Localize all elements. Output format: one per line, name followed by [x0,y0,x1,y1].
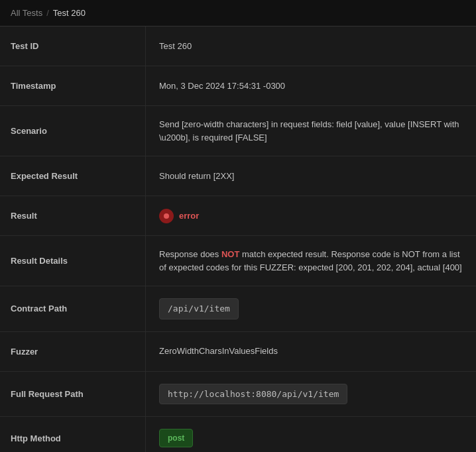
timestamp-value: Mon, 3 Dec 2024 17:54:31 -0300 [146,66,476,105]
breadcrumb: All Tests / Test 260 [0,0,476,27]
scenario-value: Send [zero-width characters] in request … [146,106,476,156]
http-method-value: post [146,417,476,452]
error-badge: error [159,209,199,223]
all-tests-link[interactable]: All Tests [11,8,42,18]
full-request-path-row: Full Request Path http://localhost:8080/… [0,372,476,418]
result-details-label: Result Details [0,236,146,286]
timestamp-label: Timestamp [0,66,146,105]
fuzzer-value: ZeroWidthCharsInValuesFields [146,332,476,371]
contract-path-label: Contract Path [0,286,146,331]
result-value: error [146,196,476,235]
http-method-label: Http Method [0,417,146,452]
fuzzer-label: Fuzzer [0,332,146,371]
test-id-label: Test ID [0,27,146,66]
error-dot-icon [159,209,174,223]
result-details-text: Response does NOT match expected result.… [159,248,463,274]
detail-table: Test ID Test 260 Timestamp Mon, 3 Dec 20… [0,27,476,452]
timestamp-row: Timestamp Mon, 3 Dec 2024 17:54:31 -0300 [0,66,476,106]
full-request-path-pill: http://localhost:8080/api/v1/item [159,384,347,405]
scenario-row: Scenario Send [zero-width characters] in… [0,106,476,156]
result-row: Result error [0,196,476,236]
result-details-highlight: NOT [221,249,239,259]
result-details-row: Result Details Response does NOT match e… [0,236,476,286]
expected-result-row: Expected Result Should return [2XX] [0,156,476,196]
contract-path-pill: /api/v1/item [159,298,239,319]
http-method-row: Http Method post [0,417,476,452]
current-test-label: Test 260 [53,8,86,18]
expected-result-value: Should return [2XX] [146,156,476,196]
nav-separator: / [46,8,49,18]
http-method-badge: post [159,429,193,447]
result-label: Result [0,196,146,235]
scenario-label: Scenario [0,106,146,156]
result-details-prefix: Response does [159,249,221,259]
test-id-row: Test ID Test 260 [0,27,476,66]
contract-path-value: /api/v1/item [146,286,476,331]
error-text: error [179,209,199,223]
contract-path-row: Contract Path /api/v1/item [0,286,476,332]
fuzzer-row: Fuzzer ZeroWidthCharsInValuesFields [0,332,476,372]
result-details-value: Response does NOT match expected result.… [146,236,476,286]
full-request-path-label: Full Request Path [0,372,146,417]
test-id-value: Test 260 [146,27,476,66]
expected-result-label: Expected Result [0,156,146,196]
full-request-path-value: http://localhost:8080/api/v1/item [146,372,476,417]
